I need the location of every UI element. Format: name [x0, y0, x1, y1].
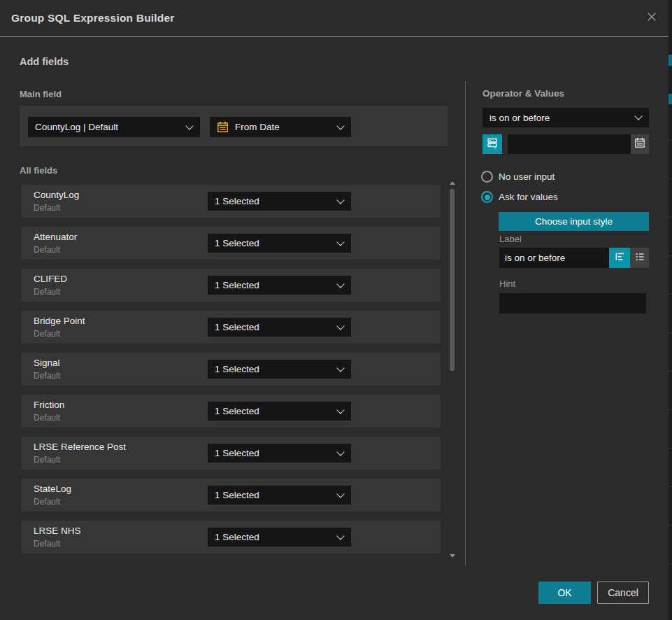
label-field-label: Label: [499, 234, 522, 244]
field-sublabel: Default: [34, 539, 60, 549]
group-sql-expression-builder-dialog: { "title_bar": { "title": "Group SQL Exp…: [0, 0, 672, 620]
text-align-left-icon: [614, 251, 626, 265]
cancel-button[interactable]: Cancel: [597, 582, 649, 604]
radio-no-user-input[interactable]: No user input: [481, 171, 555, 183]
main-field-dropdown-value: From Date: [235, 122, 280, 132]
field-name: LRSE NHS: [34, 526, 81, 536]
field-sublabel: Default: [34, 203, 60, 213]
field-selection-dropdown[interactable]: 1 Selected: [208, 192, 351, 211]
field-selection-dropdown[interactable]: 1 Selected: [208, 486, 351, 505]
chevron-down-icon: [336, 322, 344, 330]
scrollbar-down-arrow-icon[interactable]: [450, 554, 455, 558]
field-name: Attenuator: [34, 232, 77, 242]
chevron-down-icon: [336, 532, 344, 540]
hint-input[interactable]: [499, 293, 646, 313]
chevron-down-icon: [336, 196, 344, 204]
value-input[interactable]: [508, 134, 631, 154]
field-row: LRSE Reference Post Default 1 Selected: [21, 437, 441, 470]
field-name: CLIFED: [34, 274, 67, 284]
field-selection-value: 1 Selected: [215, 448, 259, 458]
field-selection-value: 1 Selected: [215, 406, 259, 416]
field-name: StateLog: [34, 484, 71, 494]
column-divider: [465, 81, 466, 565]
main-layer-dropdown[interactable]: CountyLog | Default: [28, 117, 200, 137]
scrollbar-thumb[interactable]: [450, 189, 455, 371]
field-row: Signal Default 1 Selected: [21, 353, 441, 386]
field-row: Attenuator Default 1 Selected: [21, 227, 441, 260]
field-selection-dropdown[interactable]: 1 Selected: [208, 276, 351, 295]
main-layer-dropdown-value: CountyLog | Default: [35, 122, 118, 132]
chevron-down-icon: [336, 490, 344, 498]
field-selection-dropdown[interactable]: 1 Selected: [208, 318, 351, 337]
main-field-panel: CountyLog | Default From Date: [20, 106, 448, 146]
choose-input-style-button[interactable]: Choose input style: [499, 212, 649, 231]
field-sublabel: Default: [34, 455, 60, 465]
chevron-down-icon: [336, 238, 344, 246]
field-selection-value: 1 Selected: [215, 322, 259, 332]
operator-dropdown[interactable]: is on or before: [482, 108, 649, 127]
ok-button[interactable]: OK: [538, 582, 591, 604]
label-style-list-button[interactable]: [630, 248, 649, 268]
field-selection-value: 1 Selected: [215, 364, 259, 374]
chevron-down-icon: [336, 122, 344, 129]
title-bar: Group SQL Expression Builder: [0, 0, 669, 36]
radio-circle-icon: [481, 171, 493, 183]
chevron-down-icon: [336, 406, 344, 414]
operator-values-heading: Operator & Values: [482, 88, 564, 99]
field-selection-dropdown[interactable]: 1 Selected: [208, 234, 351, 253]
field-selection-dropdown[interactable]: 1 Selected: [208, 402, 351, 421]
date-picker-button[interactable]: [631, 134, 649, 154]
field-sublabel: Default: [34, 287, 60, 297]
dialog-title: Group SQL Expression Builder: [11, 0, 175, 36]
operator-dropdown-value: is on or before: [489, 113, 550, 123]
hint-field-label: Hint: [499, 279, 515, 289]
select-values-list-icon: [486, 136, 499, 152]
close-button[interactable]: [643, 10, 660, 27]
field-sublabel: Default: [34, 329, 60, 339]
chevron-down-icon: [336, 448, 344, 456]
field-row: Bridge Point Default 1 Selected: [21, 311, 441, 344]
all-fields-list: CountyLog Default 1 Selected Attenuator …: [21, 185, 441, 563]
chevron-down-icon: [634, 112, 642, 120]
chevron-down-icon: [185, 122, 193, 129]
label-style-text-button[interactable]: [609, 248, 630, 268]
field-selection-value: 1 Selected: [215, 490, 259, 500]
field-row: StateLog Default 1 Selected: [21, 479, 441, 512]
field-name: CountyLog: [34, 190, 79, 200]
field-name: Bridge Point: [34, 316, 85, 326]
main-field-label: Main field: [20, 89, 62, 99]
field-row: CountyLog Default 1 Selected: [21, 185, 441, 218]
scrollbar-up-arrow-icon[interactable]: [450, 181, 455, 185]
title-separator: [0, 36, 669, 37]
field-sublabel: Default: [34, 413, 60, 423]
field-selection-value: 1 Selected: [215, 532, 259, 542]
field-row: CLIFED Default 1 Selected: [21, 269, 441, 302]
field-name: Signal: [34, 358, 60, 368]
calendar-date-icon: [634, 137, 645, 151]
field-sublabel: Default: [34, 371, 60, 381]
field-selection-dropdown[interactable]: 1 Selected: [208, 360, 351, 379]
field-name: Friction: [34, 400, 64, 410]
field-sublabel: Default: [34, 245, 60, 255]
field-sublabel: Default: [34, 497, 60, 507]
background-edge-accent: [669, 55, 672, 66]
radio-circle-icon: [481, 191, 493, 203]
select-values-button[interactable]: [482, 134, 502, 154]
label-input[interactable]: [499, 248, 609, 268]
chevron-down-icon: [336, 364, 344, 372]
radio-label: Ask for values: [499, 192, 558, 202]
close-icon: [645, 10, 658, 26]
field-selection-value: 1 Selected: [215, 196, 259, 206]
radio-label: No user input: [499, 171, 555, 182]
chevron-down-icon: [336, 280, 344, 288]
calendar-date-icon: [217, 121, 229, 133]
radio-ask-for-values[interactable]: Ask for values: [481, 191, 558, 203]
background-edge-accent: [669, 94, 672, 104]
main-field-dropdown[interactable]: From Date: [210, 117, 351, 137]
field-selection-value: 1 Selected: [215, 280, 259, 290]
field-selection-dropdown[interactable]: 1 Selected: [208, 528, 351, 547]
bulleted-list-icon: [634, 251, 645, 265]
field-selection-dropdown[interactable]: 1 Selected: [208, 444, 351, 463]
all-fields-label: All fields: [20, 165, 57, 176]
field-name: LRSE Reference Post: [34, 442, 126, 452]
